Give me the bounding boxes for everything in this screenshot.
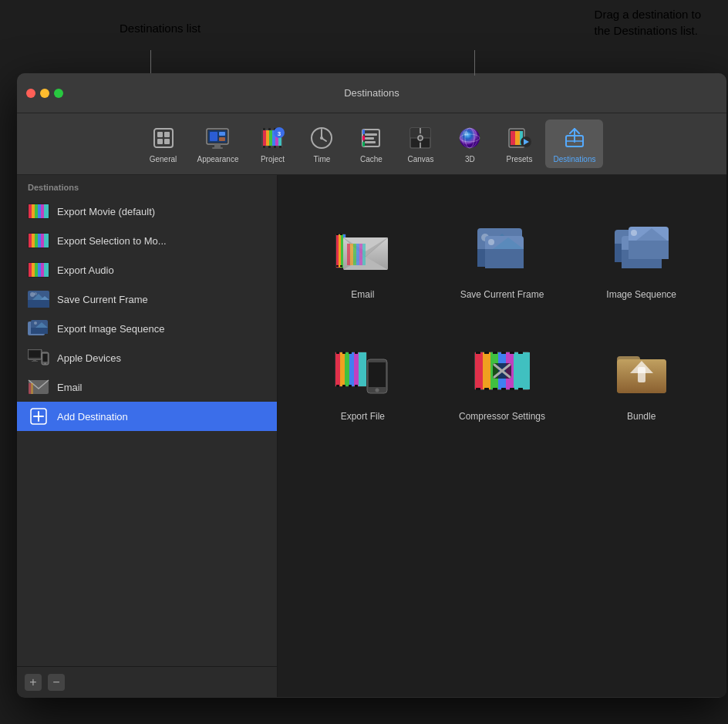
destination-compressor-settings[interactable]: Compressor Settings [440, 328, 565, 434]
svg-rect-25 [274, 146, 276, 148]
sidebar-item-add-destination[interactable]: Add Destination [17, 402, 277, 431]
project-icon: 3 [258, 124, 286, 152]
svg-rect-95 [33, 359, 36, 361]
svg-rect-153 [340, 352, 345, 386]
cache-icon [357, 124, 385, 152]
svg-rect-162 [336, 385, 339, 387]
toolbar-3d[interactable]: 3D [447, 120, 493, 168]
svg-rect-114 [336, 265, 339, 267]
svg-rect-165 [355, 385, 358, 387]
toolbar-presets-label: Presets [507, 155, 533, 163]
svg-point-137 [488, 239, 494, 245]
svg-rect-3 [157, 139, 163, 144]
svg-rect-98 [43, 354, 48, 362]
svg-rect-182 [501, 388, 506, 390]
sidebar-item-email[interactable]: Email [17, 372, 277, 402]
svg-rect-167 [475, 352, 483, 389]
svg-point-150 [376, 389, 379, 392]
toolbar-canvas[interactable]: Canvas [397, 120, 443, 168]
add-button[interactable]: + [25, 674, 42, 691]
apple-devices-icon [28, 349, 49, 366]
toolbar-general[interactable]: General [140, 120, 187, 168]
svg-rect-1 [157, 132, 163, 137]
svg-rect-173 [476, 352, 480, 354]
svg-rect-23 [263, 146, 265, 148]
svg-rect-39 [362, 142, 365, 146]
destination-image-sequence[interactable]: Image Sequence [579, 206, 703, 312]
svg-rect-20 [268, 128, 271, 130]
toolbar-destinations[interactable]: Destinations [545, 120, 603, 168]
compressor-settings-icon [471, 340, 533, 402]
minimize-button[interactable] [40, 89, 49, 98]
annotation-destinations-list: Destinations list [120, 22, 201, 35]
destination-save-frame[interactable]: Save Current Frame [440, 206, 565, 312]
svg-rect-115 [340, 265, 342, 267]
svg-rect-156 [354, 352, 359, 386]
svg-point-99 [45, 363, 46, 365]
sidebar-item-export-selection[interactable]: Export Selection to Mo... [17, 226, 277, 255]
svg-rect-94 [29, 351, 41, 358]
svg-rect-96 [32, 361, 38, 362]
email-label: Email [351, 289, 374, 300]
svg-rect-123 [347, 244, 350, 265]
toolbar-cache[interactable]: Cache [348, 120, 394, 168]
sidebar-item-export-sequence[interactable]: Export Image Sequence [17, 314, 277, 343]
svg-rect-13 [263, 130, 266, 146]
toolbar-appearance-label: Appearance [197, 155, 239, 163]
svg-point-87 [34, 292, 37, 295]
close-button[interactable] [26, 89, 35, 98]
destination-email[interactable]: Email [301, 206, 425, 312]
toolbar: General Appearance [17, 113, 726, 175]
svg-rect-168 [483, 352, 490, 389]
svg-rect-0 [154, 129, 173, 147]
titlebar: Destinations [17, 73, 726, 113]
bundle-label: Bundle [627, 411, 656, 422]
sidebar-list: Export Movie (default) [17, 197, 277, 666]
svg-rect-80 [41, 263, 44, 277]
export-sequence-icon [28, 320, 49, 337]
svg-rect-15 [269, 130, 272, 146]
export-audio-icon [28, 261, 49, 278]
svg-rect-81 [44, 263, 49, 277]
destination-export-file[interactable]: Export File [301, 328, 425, 434]
svg-rect-102 [29, 383, 31, 394]
svg-rect-11 [219, 137, 225, 141]
sidebar-item-export-audio[interactable]: Export Audio [17, 255, 277, 285]
svg-rect-79 [38, 263, 41, 277]
svg-rect-8 [212, 147, 223, 149]
svg-rect-176 [501, 352, 506, 354]
destination-bundle[interactable]: Bundle [579, 328, 703, 434]
svg-rect-26 [279, 146, 281, 148]
traffic-lights [17, 89, 63, 98]
sidebar-footer: + − [17, 666, 277, 697]
svg-rect-159 [342, 352, 345, 354]
svg-point-51 [463, 131, 468, 136]
content-panel: Email [278, 175, 726, 697]
svg-rect-72 [38, 234, 41, 248]
main-window: Destinations General [17, 73, 726, 698]
svg-rect-64 [35, 204, 38, 218]
remove-button[interactable]: − [48, 674, 65, 691]
fullscreen-button[interactable] [54, 89, 63, 98]
svg-rect-66 [41, 204, 44, 218]
svg-rect-172 [514, 352, 530, 389]
sidebar-item-export-movie[interactable]: Export Movie (default) [17, 197, 277, 226]
sidebar-item-save-frame[interactable]: Save Current Frame [17, 285, 277, 314]
sidebar-item-export-sequence-label: Export Image Sequence [57, 323, 164, 335]
toolbar-appearance[interactable]: Appearance [190, 120, 247, 168]
svg-rect-113 [340, 234, 342, 235]
sidebar-header: Destinations [17, 175, 277, 197]
toolbar-time[interactable]: Time [298, 120, 345, 168]
toolbar-project[interactable]: 3 Project [249, 120, 295, 168]
sidebar-item-apple-devices[interactable]: Apple Devices [17, 343, 277, 372]
svg-rect-36 [365, 141, 376, 143]
svg-rect-63 [32, 204, 35, 218]
toolbar-3d-label: 3D [465, 155, 475, 163]
svg-rect-10 [219, 132, 225, 136]
toolbar-presets[interactable]: Presets [496, 120, 542, 168]
svg-rect-90 [31, 328, 48, 334]
svg-point-92 [34, 322, 37, 325]
svg-rect-34 [365, 133, 377, 136]
svg-rect-163 [342, 385, 345, 387]
svg-rect-62 [29, 204, 32, 218]
